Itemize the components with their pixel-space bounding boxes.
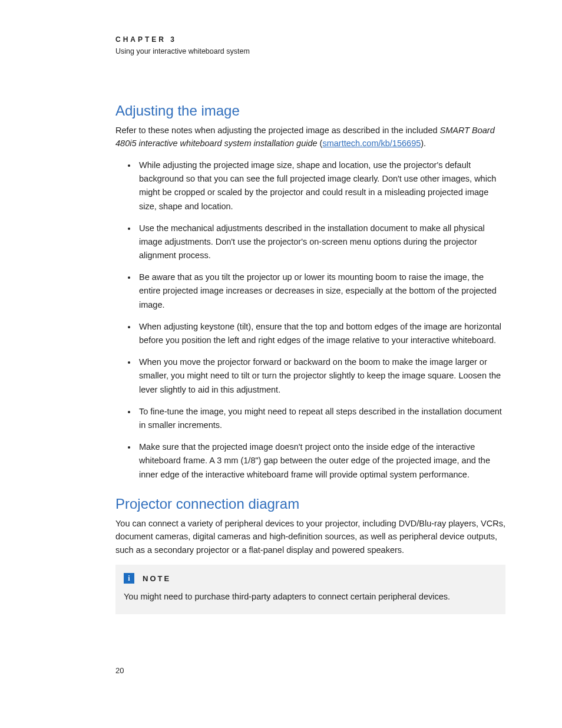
kb-link[interactable]: smarttech.com/kb/156695: [322, 139, 421, 148]
list-item: While adjusting the projected image size…: [137, 159, 505, 213]
list-item: When you move the projector forward or b…: [137, 355, 505, 397]
note-label: NOTE: [143, 574, 171, 583]
list-item: When adjusting keystone (tilt), ensure t…: [137, 320, 505, 347]
chapter-label: CHAPTER 3: [115, 35, 505, 44]
intro-close-paren: ).: [421, 139, 426, 148]
note-header: i NOTE: [124, 573, 497, 584]
info-icon: i: [124, 573, 134, 584]
intro-text-pre: Refer to these notes when adjusting the …: [115, 126, 440, 135]
section-heading-adjusting: Adjusting the image: [115, 103, 505, 119]
chapter-subtitle: Using your interactive whiteboard system: [115, 47, 505, 55]
adjusting-bullet-list: While adjusting the projected image size…: [115, 159, 505, 482]
section1-intro: Refer to these notes when adjusting the …: [115, 124, 505, 150]
list-item: Use the mechanical adjustments described…: [137, 222, 505, 263]
document-page: CHAPTER 3 Using your interactive whitebo…: [0, 0, 562, 728]
list-item: To fine-tune the image, you might need t…: [137, 405, 505, 432]
section-heading-connection: Projector connection diagram: [115, 496, 505, 512]
note-callout: i NOTE You might need to purchase third-…: [115, 565, 505, 614]
list-item: Be aware that as you tilt the projector …: [137, 271, 505, 312]
section2-intro: You can connect a variety of peripheral …: [115, 517, 505, 556]
page-number: 20: [115, 666, 124, 675]
note-body: You might need to purchase third-party a…: [124, 591, 497, 604]
list-item: Make sure that the projected image doesn…: [137, 440, 505, 482]
